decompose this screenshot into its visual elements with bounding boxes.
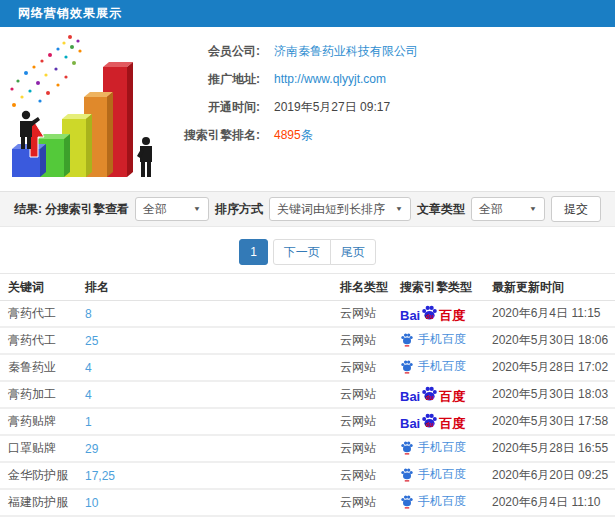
col-updated: 最新更新时间 bbox=[492, 279, 615, 296]
table-row: 福建防护服 10 云网站 bbox=[0, 490, 615, 517]
rank-link[interactable]: 1 bbox=[85, 415, 340, 429]
rank-link[interactable]: 10 bbox=[85, 496, 340, 510]
table-header: 关键词 排名 排名类型 搜索引擎类型 最新更新时间 bbox=[0, 273, 615, 301]
opened-time-label: 开通时间: bbox=[168, 99, 260, 116]
updated-time-cell: 2020年5月28日 17:02 bbox=[492, 359, 615, 376]
rank-link[interactable]: 8 bbox=[85, 307, 340, 321]
keyword-cell: 膏药代工 bbox=[8, 332, 85, 349]
growth-chart-illustration bbox=[0, 27, 168, 191]
baidu-paw-icon: du bbox=[421, 304, 438, 321]
engine-cell: Bai du 百度 bbox=[400, 304, 492, 323]
updated-time-cell: 2020年6月4日 11:10 bbox=[492, 494, 615, 511]
opened-time-row: 开通时间: 2019年5月27日 09:17 bbox=[168, 93, 615, 121]
mobile-baidu-icon: 手机百度 bbox=[400, 359, 466, 374]
chevron-down-icon: ▼ bbox=[529, 205, 537, 212]
article-type-select[interactable]: 全部 ▼ bbox=[471, 197, 545, 221]
chevron-down-icon: ▼ bbox=[395, 205, 403, 212]
mobile-baidu-icon: 手机百度 bbox=[400, 467, 466, 482]
baidu-logo: Bai du 百度 bbox=[400, 304, 465, 322]
engine-cell: 手机百度 bbox=[400, 494, 492, 512]
baidu-logo: Bai du 百度 bbox=[400, 385, 465, 403]
opened-time-value: 2019年5月27日 09:17 bbox=[274, 99, 390, 116]
engine-rank-label: 搜索引擎排名: bbox=[168, 127, 260, 144]
keyword-cell: 膏药贴牌 bbox=[8, 413, 85, 430]
svg-text:du: du bbox=[426, 394, 434, 401]
table-row: 膏药加工 4 云网站 Bai du 百度 bbox=[0, 382, 615, 409]
rank-count: 4895 bbox=[274, 128, 301, 142]
baidu-paw-icon: du bbox=[421, 412, 438, 429]
engine-rank-row: 搜索引擎排名: 4895条 bbox=[168, 121, 615, 149]
engine-filter-label: 分搜索引擎查看 bbox=[45, 201, 129, 218]
engine-cell: Bai du 百度 bbox=[400, 385, 492, 404]
updated-time-cell: 2020年5月30日 18:03 bbox=[492, 386, 615, 403]
rank-type-cell: 云网站 bbox=[340, 440, 400, 457]
table-row: 膏药代工 25 云网站 bbox=[0, 328, 615, 355]
confetti-dots bbox=[10, 35, 81, 107]
results-label: 结果: bbox=[14, 201, 42, 218]
member-info-section: 会员公司: 济南秦鲁药业科技有限公司 推广地址: http://www.qlyy… bbox=[0, 27, 615, 191]
rank-type-cell: 云网站 bbox=[340, 386, 400, 403]
mobile-paw-icon bbox=[400, 467, 414, 482]
engine-cell: 手机百度 bbox=[400, 467, 492, 485]
company-label: 会员公司: bbox=[168, 43, 260, 60]
mobile-baidu-icon: 手机百度 bbox=[400, 494, 466, 509]
next-page-button[interactable]: 下一页 bbox=[273, 239, 331, 265]
keyword-cell: 福建防护服 bbox=[8, 494, 85, 511]
updated-time-cell: 2020年6月20日 09:25 bbox=[492, 467, 615, 484]
keyword-cell: 口罩贴牌 bbox=[8, 440, 85, 457]
window-title-bar: 网络营销效果展示 bbox=[0, 0, 615, 27]
filter-controls: 分搜索引擎查看 全部 ▼ 排序方式 关键词由短到长排序 ▼ 文章类型 全部 ▼ … bbox=[45, 196, 601, 222]
rank-link[interactable]: 29 bbox=[85, 442, 340, 456]
page-title: 网络营销效果展示 bbox=[0, 5, 122, 22]
keyword-cell: 金华防护服 bbox=[8, 467, 85, 484]
svg-text:du: du bbox=[426, 421, 434, 428]
rank-link[interactable]: 4 bbox=[85, 361, 340, 375]
company-link[interactable]: 济南秦鲁药业科技有限公司 bbox=[274, 43, 418, 60]
promo-url-link[interactable]: http://www.qlyyjt.com bbox=[274, 72, 386, 86]
filter-bar: 结果: 分搜索引擎查看 全部 ▼ 排序方式 关键词由短到长排序 ▼ 文章类型 全… bbox=[0, 191, 615, 227]
rank-link[interactable]: 25 bbox=[85, 334, 340, 348]
keyword-cell: 膏药加工 bbox=[8, 386, 85, 403]
last-page-button[interactable]: 尾页 bbox=[330, 239, 376, 265]
mobile-paw-icon bbox=[400, 359, 414, 374]
rank-type-cell: 云网站 bbox=[340, 467, 400, 484]
table-row: 膏药贴牌 1 云网站 Bai du 百度 bbox=[0, 409, 615, 436]
engine-filter-select[interactable]: 全部 ▼ bbox=[135, 197, 209, 221]
promo-url-label: 推广地址: bbox=[168, 71, 260, 88]
article-type-label: 文章类型 bbox=[417, 201, 465, 218]
baidu-logo: Bai du 百度 bbox=[400, 412, 465, 430]
rank-type-cell: 云网站 bbox=[340, 494, 400, 511]
page-1-button[interactable]: 1 bbox=[239, 239, 268, 265]
sort-filter-select[interactable]: 关键词由短到长排序 ▼ bbox=[269, 197, 411, 221]
mobile-baidu-icon: 手机百度 bbox=[400, 332, 466, 347]
col-rank: 排名 bbox=[85, 279, 340, 296]
rank-type-cell: 云网站 bbox=[340, 359, 400, 376]
table-row: 膏药代工 8 云网站 Bai du 百度 bbox=[0, 301, 615, 328]
rank-link[interactable]: 4 bbox=[85, 388, 340, 402]
table-row: 秦鲁药业 4 云网站 bbox=[0, 355, 615, 382]
updated-time-cell: 2020年5月28日 16:55 bbox=[492, 440, 615, 457]
table-row: 金华防护服 17,25 云网站 bbox=[0, 463, 615, 490]
pagination: 1 下一页 尾页 bbox=[0, 239, 615, 265]
mobile-paw-icon bbox=[400, 332, 414, 347]
keyword-rank-table: 关键词 排名 排名类型 搜索引擎类型 最新更新时间 膏药代工 8 云网站 Bai… bbox=[0, 273, 615, 520]
engine-cell: 手机百度 bbox=[400, 359, 492, 377]
engine-cell: Bai du 百度 bbox=[400, 412, 492, 431]
updated-time-cell: 2020年5月30日 17:58 bbox=[492, 413, 615, 430]
keyword-cell: 秦鲁药业 bbox=[8, 359, 85, 376]
rank-type-cell: 云网站 bbox=[340, 413, 400, 430]
updated-time-cell: 2020年5月30日 18:06 bbox=[492, 332, 615, 349]
col-keyword: 关键词 bbox=[8, 279, 85, 296]
engine-rank-value: 4895条 bbox=[274, 127, 313, 144]
rank-type-cell: 云网站 bbox=[340, 305, 400, 322]
baidu-paw-icon: du bbox=[421, 385, 438, 402]
rank-link[interactable]: 17,25 bbox=[85, 469, 340, 483]
col-engine-type: 搜索引擎类型 bbox=[400, 279, 492, 296]
sort-filter-label: 排序方式 bbox=[215, 201, 263, 218]
mobile-paw-icon bbox=[400, 440, 414, 455]
updated-time-cell: 2020年6月4日 11:15 bbox=[492, 305, 615, 322]
rank-unit: 条 bbox=[301, 128, 313, 142]
table-row: 口罩贴牌 29 云网站 bbox=[0, 436, 615, 463]
submit-button[interactable]: 提交 bbox=[551, 196, 601, 222]
svg-text:du: du bbox=[426, 313, 434, 320]
